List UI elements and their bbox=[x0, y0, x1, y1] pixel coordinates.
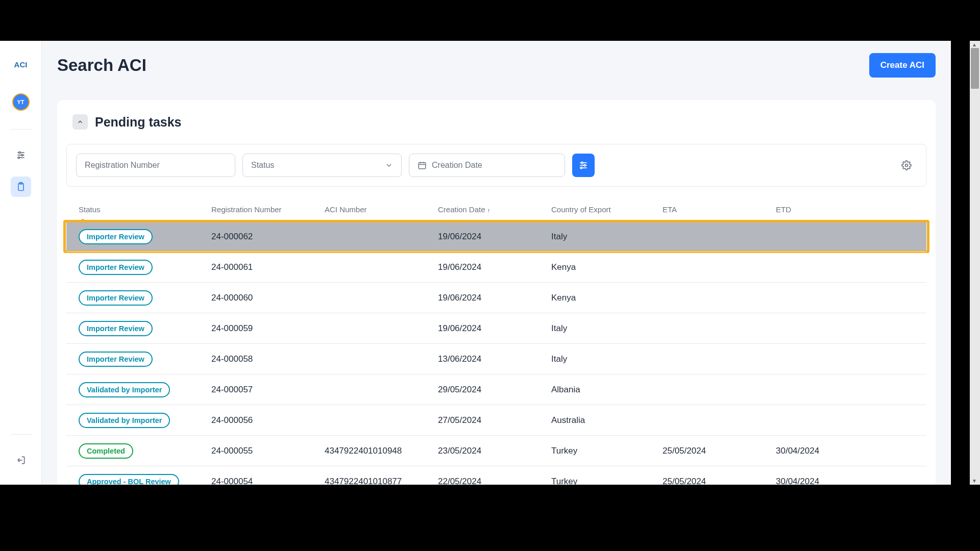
scroll-down-icon[interactable]: ▼ bbox=[972, 478, 977, 484]
cell-country: Turkey bbox=[551, 477, 663, 485]
cell-country: Italy bbox=[551, 323, 663, 334]
cell-country: Italy bbox=[551, 354, 663, 364]
status-placeholder: Status bbox=[251, 161, 274, 170]
cell-country: Australia bbox=[551, 415, 663, 425]
cell-date: 19/06/2024 bbox=[438, 232, 551, 242]
sidebar-divider-bottom bbox=[11, 434, 31, 435]
table-row[interactable]: Validated by Importer24-00005627/05/2024… bbox=[66, 405, 926, 435]
cell-registration: 24-000056 bbox=[211, 415, 325, 425]
cell-eta: 25/05/2024 bbox=[663, 446, 776, 456]
cell-registration: 24-000061 bbox=[211, 262, 325, 272]
status-badge: Validated by Importer bbox=[79, 413, 170, 428]
cell-country: Kenya bbox=[551, 262, 663, 272]
viewport: ACI YT Search ACI Create ACI bbox=[0, 0, 980, 551]
status-badge: Importer Review bbox=[79, 260, 153, 275]
cell-registration: 24-000060 bbox=[211, 293, 325, 303]
cell-etd: 30/04/2024 bbox=[776, 477, 914, 485]
tasks-table: Status Registration Number ACI Number Cr… bbox=[66, 198, 926, 485]
table-row[interactable]: Importer Review24-00006019/06/2024Kenya bbox=[66, 282, 926, 313]
app-window: ACI YT Search ACI Create ACI bbox=[0, 41, 951, 485]
scrollbar[interactable]: ▲ ▼ bbox=[970, 41, 980, 485]
create-aci-button[interactable]: Create ACI bbox=[869, 53, 936, 78]
column-status[interactable]: Status bbox=[79, 205, 211, 214]
page-header: Search ACI Create ACI bbox=[57, 53, 936, 78]
table-row[interactable]: Importer Review24-00006219/06/2024Italy bbox=[66, 221, 926, 252]
sort-indicator: ↑ bbox=[487, 207, 491, 213]
cell-date: 22/05/2024 bbox=[438, 477, 551, 485]
status-badge: Validated by Importer bbox=[79, 382, 170, 397]
sidebar: ACI YT bbox=[0, 41, 42, 485]
column-registration[interactable]: Registration Number bbox=[211, 205, 325, 214]
filter-bar: Status Creation Date bbox=[66, 144, 926, 187]
svg-point-14 bbox=[581, 162, 583, 163]
creation-date-input[interactable]: Creation Date bbox=[409, 154, 565, 177]
card-title: Pending tasks bbox=[95, 115, 182, 130]
column-aci-number[interactable]: ACI Number bbox=[325, 205, 438, 214]
table-row[interactable]: Validated by Importer24-00005729/05/2024… bbox=[66, 374, 926, 405]
calendar-icon bbox=[418, 161, 427, 170]
sliders-icon bbox=[578, 160, 589, 170]
svg-point-3 bbox=[21, 154, 22, 156]
cell-date: 13/06/2024 bbox=[438, 354, 551, 364]
cell-date: 19/06/2024 bbox=[438, 262, 551, 272]
date-placeholder: Creation Date bbox=[432, 161, 482, 170]
table-row[interactable]: Completed24-000055434792240101094823/05/… bbox=[66, 435, 926, 466]
status-badge: Importer Review bbox=[79, 290, 153, 306]
table-row[interactable]: Importer Review24-00006119/06/2024Kenya bbox=[66, 252, 926, 282]
svg-point-16 bbox=[584, 164, 585, 166]
table-row[interactable]: Importer Review24-00005813/06/2024Italy bbox=[66, 343, 926, 374]
table-body: Importer Review24-00006219/06/2024ItalyI… bbox=[66, 221, 926, 485]
scrollbar-thumb[interactable] bbox=[971, 48, 979, 89]
column-creation-date[interactable]: Creation Date↑ bbox=[438, 205, 551, 214]
column-eta[interactable]: ETA bbox=[663, 205, 776, 214]
cell-registration: 24-000054 bbox=[211, 477, 325, 485]
cell-country: Italy bbox=[551, 232, 663, 242]
gear-icon bbox=[901, 160, 912, 170]
card-header: Pending tasks bbox=[57, 114, 936, 130]
svg-rect-9 bbox=[419, 163, 426, 169]
sidebar-divider bbox=[11, 129, 31, 130]
svg-point-18 bbox=[580, 167, 582, 168]
column-country[interactable]: Country of Export bbox=[551, 205, 663, 214]
cell-date: 29/05/2024 bbox=[438, 385, 551, 395]
svg-point-19 bbox=[905, 164, 908, 167]
cell-registration: 24-000055 bbox=[211, 446, 325, 456]
table-row[interactable]: Importer Review24-00005919/06/2024Italy bbox=[66, 313, 926, 343]
main-content: Search ACI Create ACI Pending tasks Stat… bbox=[42, 41, 951, 485]
table-row[interactable]: Approved - BOL Review24-0000544347922401… bbox=[66, 466, 926, 485]
cell-etd: 30/04/2024 bbox=[776, 446, 914, 456]
cell-country: Kenya bbox=[551, 293, 663, 303]
table-settings-button[interactable] bbox=[900, 159, 913, 171]
cell-aci: 4347922401010877 bbox=[325, 477, 438, 485]
chevron-up-icon bbox=[77, 118, 84, 126]
cell-country: Turkey bbox=[551, 446, 663, 456]
registration-number-input[interactable] bbox=[76, 154, 235, 177]
cell-registration: 24-000058 bbox=[211, 354, 325, 364]
status-badge: Importer Review bbox=[79, 352, 153, 367]
clipboard-icon[interactable] bbox=[11, 177, 31, 197]
cell-eta: 25/05/2024 bbox=[663, 477, 776, 485]
status-select[interactable]: Status bbox=[242, 154, 402, 177]
cell-registration: 24-000062 bbox=[211, 232, 325, 242]
avatar[interactable]: YT bbox=[12, 93, 30, 111]
filter-apply-button[interactable] bbox=[572, 154, 595, 177]
cell-registration: 24-000057 bbox=[211, 385, 325, 395]
sliders-icon[interactable] bbox=[11, 145, 31, 165]
collapse-button[interactable] bbox=[72, 114, 88, 130]
column-etd[interactable]: ETD bbox=[776, 205, 914, 214]
svg-point-1 bbox=[18, 152, 20, 153]
svg-point-5 bbox=[18, 157, 19, 158]
cell-country: Albania bbox=[551, 385, 663, 395]
cell-date: 27/05/2024 bbox=[438, 415, 551, 425]
status-badge: Completed bbox=[79, 443, 133, 459]
status-badge: Importer Review bbox=[79, 321, 153, 336]
logout-icon[interactable] bbox=[11, 450, 31, 470]
page-title: Search ACI bbox=[57, 56, 146, 75]
logo: ACI bbox=[14, 60, 28, 69]
cell-date: 23/05/2024 bbox=[438, 446, 551, 456]
cell-date: 19/06/2024 bbox=[438, 293, 551, 303]
status-badge: Approved - BOL Review bbox=[79, 474, 179, 485]
table-header: Status Registration Number ACI Number Cr… bbox=[66, 198, 926, 221]
cell-date: 19/06/2024 bbox=[438, 323, 551, 334]
scroll-up-icon[interactable]: ▲ bbox=[972, 42, 977, 47]
